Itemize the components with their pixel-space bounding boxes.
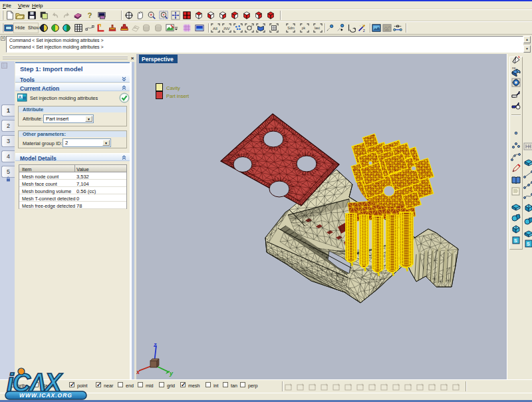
svg-text:Sdm: Sdm xyxy=(287,26,295,30)
svg-text:All: All xyxy=(213,26,217,31)
svg-text:y: y xyxy=(169,370,174,377)
svg-text:z: z xyxy=(153,341,157,348)
svg-text:WWW.ICAX.ORG: WWW.ICAX.ORG xyxy=(19,392,72,399)
svg-text:pk: pk xyxy=(302,26,306,30)
svg-text:x: x xyxy=(136,369,140,375)
svg-text:S: S xyxy=(527,242,530,246)
svg-text:?: ? xyxy=(88,11,92,19)
svg-text:abc: abc xyxy=(385,28,390,31)
svg-text:2: 2 xyxy=(363,29,365,33)
svg-text:last: last xyxy=(315,26,321,30)
svg-text:RE: RE xyxy=(512,67,516,70)
svg-text:A: A xyxy=(19,95,22,99)
svg-text:S: S xyxy=(514,238,517,243)
svg-text:INV: INV xyxy=(223,27,231,31)
